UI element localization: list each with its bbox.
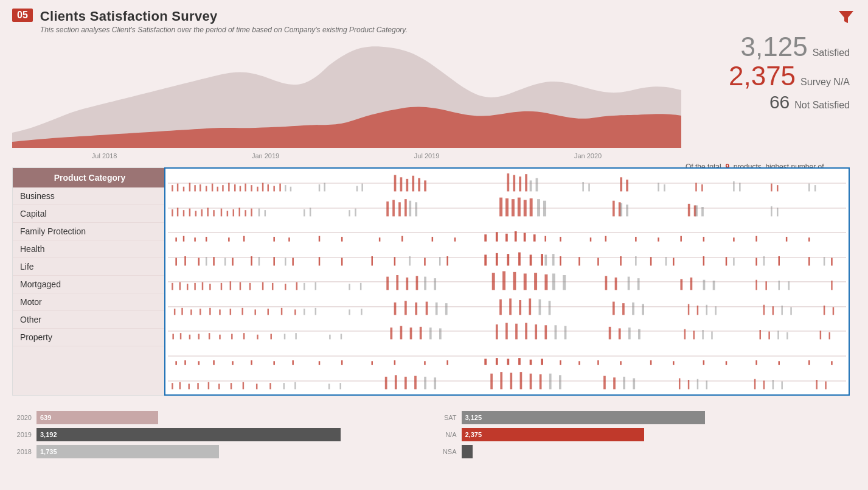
svg-rect-96 [771, 206, 772, 216]
x-label-2: Jan 2019 [252, 152, 279, 159]
svg-rect-376 [434, 377, 436, 389]
svg-rect-74 [512, 199, 515, 216]
svg-rect-268 [180, 334, 181, 340]
svg-rect-2 [177, 184, 178, 192]
svg-rect-160 [755, 257, 757, 265]
svg-rect-226 [190, 309, 192, 315]
svg-rect-177 [168, 282, 846, 282]
svg-rect-294 [829, 332, 830, 340]
satisfied-stat: 3,125 Satisfied [729, 33, 850, 60]
product-item-health[interactable]: Health [13, 240, 167, 258]
svg-rect-37 [285, 185, 286, 191]
svg-rect-109 [379, 237, 380, 241]
filter-icon[interactable] [836, 7, 856, 31]
page-title: Clients Satisfaction Survey [40, 9, 408, 24]
chart-row-capital [168, 196, 846, 220]
svg-rect-364 [613, 377, 616, 389]
label-sat: SAT [437, 414, 457, 421]
svg-rect-3 [183, 187, 184, 192]
svg-rect-292 [768, 332, 769, 340]
svg-rect-302 [564, 326, 567, 340]
svg-rect-231 [241, 308, 243, 315]
svg-rect-25 [418, 178, 420, 192]
svg-rect-88 [409, 200, 411, 216]
svg-rect-9 [217, 187, 218, 192]
svg-rect-311 [184, 360, 186, 365]
product-item-mortgaged[interactable]: Mortgaged [13, 276, 167, 293]
svg-rect-75 [518, 197, 521, 216]
svg-rect-56 [183, 210, 184, 216]
svg-rect-267 [172, 334, 173, 340]
svg-rect-146 [484, 254, 487, 265]
svg-rect-40 [324, 183, 325, 191]
svg-rect-16 [257, 187, 258, 192]
bottom-bar-2020: 2020 639 [12, 411, 425, 424]
x-label-3: Jul 2019 [414, 152, 440, 159]
svg-rect-182 [202, 282, 203, 290]
svg-rect-156 [650, 257, 651, 265]
svg-rect-47 [658, 183, 659, 191]
svg-rect-296 [295, 334, 296, 340]
svg-rect-321 [394, 360, 395, 365]
x-label-1: Jul 2018 [92, 152, 117, 159]
product-item-other[interactable]: Other [13, 311, 167, 329]
svg-rect-325 [496, 358, 498, 365]
svg-rect-259 [549, 301, 551, 315]
product-item-property[interactable]: Property [13, 329, 167, 346]
svg-rect-157 [673, 257, 674, 265]
survey-na-count: 2,375 [729, 63, 796, 89]
svg-rect-140 [319, 257, 320, 265]
svg-rect-21 [394, 175, 397, 191]
svg-rect-121 [590, 237, 591, 241]
svg-rect-167 [285, 257, 286, 265]
svg-rect-249 [773, 306, 774, 315]
svg-rect-201 [544, 275, 547, 290]
svg-rect-341 [831, 361, 832, 365]
svg-rect-118 [533, 234, 536, 242]
svg-rect-205 [690, 278, 693, 290]
bar-fill-2019: 3,192 [36, 428, 341, 441]
product-item-motor[interactable]: Motor [13, 293, 167, 311]
svg-rect-275 [257, 335, 258, 340]
svg-rect-234 [281, 308, 282, 315]
stats-panel: 3,125 Satisfied 2,375 Survey N/A 66 Not … [729, 33, 850, 115]
svg-rect-91 [543, 200, 546, 216]
svg-rect-270 [198, 334, 200, 340]
svg-rect-297 [329, 335, 330, 340]
svg-rect-61 [213, 210, 214, 216]
product-item-capital[interactable]: Capital [13, 205, 167, 223]
svg-rect-225 [181, 308, 182, 315]
svg-rect-194 [406, 278, 408, 290]
svg-rect-208 [831, 281, 832, 290]
svg-rect-223 [168, 306, 846, 307]
svg-rect-369 [816, 379, 817, 388]
svg-rect-278 [400, 326, 403, 340]
product-item-business[interactable]: Business [13, 187, 167, 205]
svg-rect-370 [825, 381, 826, 389]
svg-rect-359 [510, 373, 512, 389]
svg-rect-55 [177, 208, 178, 216]
chart-row-health [168, 245, 846, 269]
svg-rect-307 [777, 331, 779, 340]
svg-rect-315 [251, 360, 252, 365]
svg-rect-186 [240, 282, 241, 290]
svg-rect-286 [544, 326, 547, 340]
svg-rect-306 [711, 332, 712, 340]
svg-rect-253 [315, 308, 316, 315]
product-item-life[interactable]: Life [13, 258, 167, 276]
timeseries-x-labels: Jul 2018 Jan 2019 Jul 2019 Jan 2020 [12, 152, 681, 159]
svg-rect-129 [786, 237, 787, 242]
survey-na-label: Survey N/A [800, 77, 850, 88]
page: 05 Clients Satisfaction Survey This sect… [0, 0, 868, 490]
svg-rect-283 [515, 324, 518, 340]
product-item-family[interactable]: Family Protection [13, 223, 167, 240]
svg-rect-281 [496, 324, 498, 339]
svg-rect-35 [771, 184, 772, 192]
svg-rect-368 [763, 380, 765, 389]
svg-rect-66 [245, 210, 246, 216]
svg-rect-290 [693, 331, 695, 340]
svg-rect-185 [230, 282, 231, 290]
svg-rect-298 [341, 334, 342, 340]
svg-rect-147 [496, 253, 498, 266]
svg-rect-100 [183, 236, 184, 242]
